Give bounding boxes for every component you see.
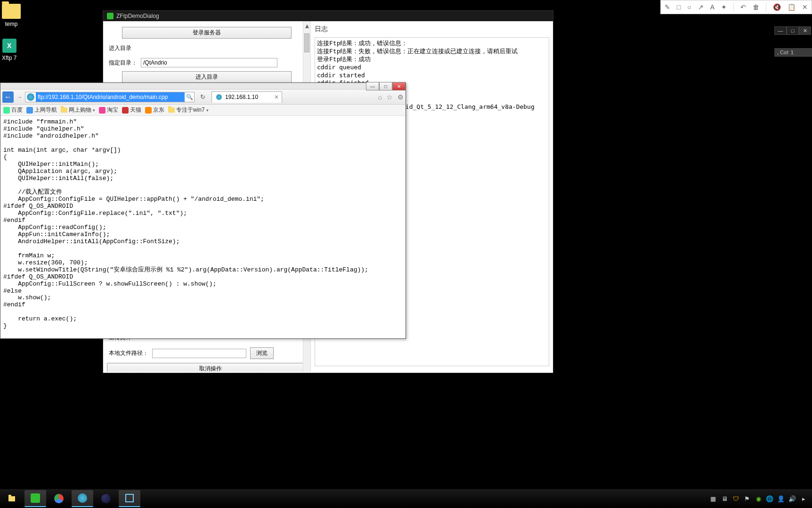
chevron-down-icon: ▾ — [93, 108, 95, 113]
scrollbar-thumb[interactable] — [304, 33, 309, 52]
favorites-icon[interactable]: ☆ — [387, 93, 393, 101]
local-path-label: 本地文件路径： — [109, 349, 148, 357]
divider — [733, 3, 734, 11]
browser-tab[interactable]: 192.168.1.10 ✕ — [211, 91, 282, 103]
xftp-icon: X — [2, 39, 16, 53]
specify-dir-label: 指定目录： — [109, 59, 137, 67]
divider — [766, 3, 766, 11]
baidu-icon — [3, 107, 10, 114]
jd-icon — [145, 107, 152, 114]
tray-monitor-icon[interactable]: 🖥 — [721, 495, 728, 502]
desktop-icon-temp[interactable]: temp — [2, 4, 21, 27]
annotation-toolbar: ✎ □ ○ ↗ A ✦ ↶ 🗑 🔇 📋 ✕ — [660, 0, 812, 14]
login-server-button[interactable]: 登录服务器 — [122, 27, 292, 39]
desktop-icon-label: temp — [2, 21, 21, 27]
tray-flag-icon[interactable]: ⚑ — [743, 495, 751, 502]
qt-icon — [107, 13, 114, 19]
fav-item-淘宝[interactable]: 淘宝 — [99, 106, 118, 114]
pencil-icon[interactable]: ✎ — [665, 3, 670, 11]
arrow-icon[interactable]: ↗ — [698, 3, 704, 11]
desktop-icon-label: Xftp 7 — [2, 55, 16, 61]
favorites-bar: 百度上网导航网上购物▾淘宝天猫京东专注于win7▾ — [0, 105, 406, 116]
zftp-titlebar[interactable]: ZFtpDemoDialog — [103, 11, 553, 21]
circle-icon[interactable]: ○ — [687, 3, 691, 11]
back-button[interactable]: ← — [2, 91, 14, 103]
fav-item-网上购物[interactable]: 网上购物▾ — [61, 106, 95, 114]
maximize-button[interactable]: □ — [787, 26, 799, 35]
address-input[interactable] — [36, 92, 185, 102]
ie-icon — [78, 493, 87, 503]
browse-button[interactable]: 浏览 — [250, 347, 274, 359]
close-icon[interactable]: ✕ — [802, 3, 808, 11]
fav-label: 天猫 — [130, 106, 141, 114]
window-icon — [125, 494, 134, 502]
folder-icon — [61, 107, 67, 113]
enter-dir-button[interactable]: 进入目录 — [122, 71, 292, 83]
tmall-icon — [122, 107, 129, 114]
address-bar[interactable]: 🔍 — [25, 92, 195, 102]
task-chrome[interactable] — [48, 490, 70, 507]
tray-app-icon[interactable]: ▦ — [709, 495, 717, 502]
fav-item-京东[interactable]: 京东 — [145, 106, 164, 114]
log-title: 日志 — [315, 25, 549, 33]
close-button[interactable]: ✕ — [799, 26, 811, 35]
fav-item-上网导航[interactable]: 上网导航 — [26, 106, 57, 114]
minimize-button[interactable]: — — [774, 26, 787, 35]
rect-icon[interactable]: □ — [677, 3, 681, 11]
search-icon[interactable]: 🔍 — [185, 94, 194, 100]
fav-item-百度[interactable]: 百度 — [3, 106, 23, 114]
tab-title: 192.168.1.10 — [225, 94, 258, 100]
forward-button[interactable]: → — [16, 93, 23, 101]
close-button[interactable]: ✕ — [392, 82, 406, 90]
desktop-icon-xftp[interactable]: X Xftp 7 — [2, 39, 16, 61]
folder-icon — [168, 107, 175, 113]
fav-label: 专注于win7 — [176, 106, 205, 114]
minimize-button[interactable]: — — [366, 82, 379, 90]
eclipse-icon — [101, 494, 111, 503]
ie-browser-window: — □ ✕ ← → 🔍 ↻ 192.168.1.10 ✕ ⌂ ☆ ⚙ 百度上网导… — [0, 82, 406, 339]
undo-icon[interactable]: ↶ — [740, 3, 746, 11]
tray-shield-icon[interactable]: 🛡 — [732, 495, 739, 502]
blur-icon[interactable]: ✦ — [721, 3, 727, 11]
enter-dir-section-label: 进入目录 — [107, 41, 307, 56]
gear-icon[interactable]: ⚙ — [398, 93, 404, 101]
task-explorer[interactable] — [1, 490, 23, 507]
refresh-button[interactable]: ↻ — [198, 93, 207, 100]
fav-label: 百度 — [11, 106, 23, 114]
fav-label: 上网导航 — [34, 106, 57, 114]
home-icon[interactable]: ⌂ — [378, 93, 382, 101]
tab-close-icon[interactable]: ✕ — [274, 94, 279, 100]
fav-item-天猫[interactable]: 天猫 — [122, 106, 141, 114]
local-path-input[interactable] — [152, 349, 246, 358]
task-qtcreator[interactable] — [24, 490, 46, 507]
tray-chevron-icon[interactable]: ▸ — [800, 495, 807, 502]
task-ie[interactable] — [72, 490, 93, 507]
taobao-icon — [99, 107, 106, 114]
page-content: #include "frmmain.h" #include "quihelper… — [0, 116, 406, 338]
text-icon[interactable]: A — [710, 3, 715, 11]
task-app[interactable] — [119, 490, 140, 507]
tray-volume-icon[interactable]: 🔊 — [788, 495, 796, 502]
cancel-op-button[interactable]: 取消操作 — [107, 363, 310, 372]
mute-icon[interactable]: 🔇 — [773, 3, 781, 11]
qt-icon — [31, 493, 40, 503]
fav-label: 京东 — [153, 106, 164, 114]
folder-icon — [2, 4, 21, 19]
qtcreator-window-controls: — □ ✕ — [774, 26, 811, 35]
fav-item-专注于win7[interactable]: 专注于win7▾ — [168, 106, 209, 114]
maximize-button[interactable]: □ — [379, 82, 392, 90]
specify-dir-input[interactable] — [141, 58, 277, 67]
folder-icon — [8, 496, 15, 501]
fav-label: 淘宝 — [107, 106, 118, 114]
tray-user-icon[interactable]: 👤 — [777, 495, 785, 502]
task-eclipse[interactable] — [95, 490, 117, 507]
chevron-down-icon: ▾ — [206, 108, 209, 113]
ie-caption[interactable]: — □ ✕ — [0, 83, 406, 90]
copy-icon[interactable]: 📋 — [788, 3, 796, 11]
trash-icon[interactable]: 🗑 — [753, 3, 759, 11]
ie-nav-bar: ← → 🔍 ↻ 192.168.1.10 ✕ ⌂ ☆ ⚙ — [0, 90, 406, 105]
zftp-title: ZFtpDemoDialog — [116, 13, 159, 19]
tray-nvidia-icon[interactable]: ◉ — [755, 495, 762, 502]
qtcreator-cursor-pos: , Col: 1 — [774, 48, 812, 57]
tray-network-icon[interactable]: 🌐 — [766, 495, 773, 502]
